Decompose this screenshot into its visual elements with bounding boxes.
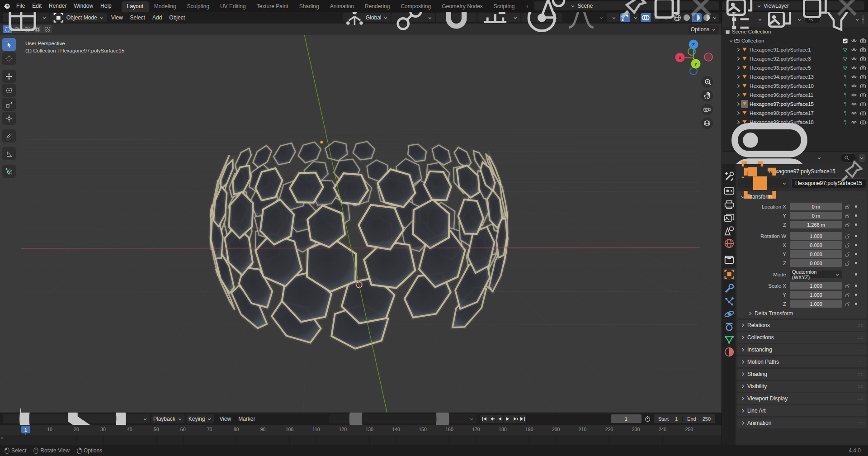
chevron-right-icon[interactable] bbox=[736, 56, 741, 62]
panel-grip[interactable]: :::: bbox=[858, 335, 864, 340]
menu-file[interactable]: File bbox=[13, 2, 28, 10]
panel-header[interactable]: Viewport Display:::: bbox=[737, 393, 867, 404]
properties-tab-object-data[interactable] bbox=[723, 333, 736, 345]
eye-icon[interactable] bbox=[851, 56, 857, 62]
animate-dot[interactable] bbox=[855, 223, 857, 226]
tab-sculpting[interactable]: Sculpting bbox=[182, 1, 215, 12]
properties-tab-scene[interactable] bbox=[723, 225, 736, 237]
scene-name[interactable]: Scene bbox=[577, 3, 615, 9]
properties-tab-object[interactable] bbox=[723, 268, 736, 280]
chevron-right-icon[interactable] bbox=[736, 74, 741, 80]
transform-row-value[interactable]: 0 m bbox=[790, 212, 842, 219]
properties-tab-particles[interactable] bbox=[723, 295, 736, 307]
chevron-right-icon[interactable] bbox=[736, 47, 741, 52]
panel-grip[interactable]: :::: bbox=[858, 195, 864, 199]
object-name[interactable]: Hexagone92:polySurface3 bbox=[750, 56, 811, 62]
tab-geometry-nodes[interactable]: Geometry Nodes bbox=[436, 1, 488, 12]
outliner-row-object[interactable]: Hexagone97:polySurface15 bbox=[722, 100, 868, 109]
play-reverse-button[interactable] bbox=[496, 415, 503, 423]
previous-keyframe-button[interactable] bbox=[488, 415, 495, 423]
properties-tab-material[interactable] bbox=[723, 346, 736, 358]
pin-icon[interactable] bbox=[838, 158, 865, 185]
falloff-dropdown[interactable] bbox=[563, 13, 606, 22]
scene-selector[interactable]: Scene bbox=[534, 1, 720, 10]
outliner-row-object[interactable]: Hexagone91:polySurface1 bbox=[722, 45, 868, 54]
object-name[interactable]: Hexagone91:polySurface1 bbox=[750, 47, 811, 52]
properties-tab-tool[interactable] bbox=[723, 171, 736, 182]
outliner-row-object[interactable]: Hexagone93:polySurface5 bbox=[722, 63, 868, 72]
tab-scripting[interactable]: Scripting bbox=[488, 1, 520, 12]
camera-icon[interactable] bbox=[860, 83, 866, 89]
properties-tab-render[interactable] bbox=[723, 185, 736, 197]
timeline-menu-marker[interactable]: Marker bbox=[235, 415, 259, 423]
add-workspace-button[interactable]: + bbox=[520, 1, 534, 12]
animate-dot[interactable] bbox=[855, 214, 857, 217]
viewport-3d[interactable]: Object Mode ViewSelectAddObject Global bbox=[0, 12, 722, 413]
transform-row-value[interactable]: Quaternion (WXYZ) bbox=[790, 271, 842, 278]
timeline-menu-view[interactable]: View bbox=[216, 415, 235, 423]
unlock-icon[interactable] bbox=[844, 261, 849, 266]
panel-header[interactable]: Motion Paths:::: bbox=[737, 356, 867, 367]
properties-tab-view-layer[interactable] bbox=[723, 212, 736, 224]
timeline-menu-playback[interactable]: Playback bbox=[151, 414, 185, 423]
camera-icon[interactable] bbox=[860, 65, 866, 71]
duplicate-icon[interactable] bbox=[800, 0, 830, 21]
transform-row-value[interactable]: 1.000 bbox=[790, 282, 842, 290]
camera-icon[interactable] bbox=[860, 110, 866, 116]
close-icon[interactable] bbox=[685, 0, 717, 22]
chevron-right-icon[interactable] bbox=[736, 101, 741, 107]
tool-scale-button[interactable] bbox=[2, 98, 16, 111]
unlock-icon[interactable] bbox=[844, 301, 849, 307]
timeline-tracks[interactable]: » bbox=[0, 435, 722, 445]
animate-dot[interactable] bbox=[855, 253, 857, 255]
eye-icon[interactable] bbox=[851, 38, 857, 44]
tool-transform-button[interactable] bbox=[2, 112, 16, 125]
pivot-dropdown[interactable] bbox=[392, 13, 434, 22]
tab-modeling[interactable]: Modeling bbox=[149, 1, 182, 12]
axis-y-neg-handle[interactable] bbox=[688, 48, 695, 55]
next-keyframe-button[interactable] bbox=[511, 415, 519, 423]
panel-grip[interactable]: :::: bbox=[858, 372, 864, 376]
snap-toggle[interactable] bbox=[436, 13, 477, 22]
panel-header[interactable]: Animation:::: bbox=[737, 418, 867, 428]
unlock-icon[interactable] bbox=[844, 242, 849, 248]
animate-dot[interactable] bbox=[855, 262, 857, 264]
navigation-gizmo[interactable]: ZXY bbox=[665, 30, 722, 138]
snap-with-dropdown[interactable] bbox=[477, 13, 520, 22]
unlock-icon[interactable] bbox=[844, 213, 849, 218]
timeline-menu-keying[interactable]: Keying bbox=[186, 414, 215, 423]
unlock-icon[interactable] bbox=[844, 233, 849, 239]
outliner-row-object[interactable]: Hexagone96:polySurface11 bbox=[722, 90, 868, 100]
play-button[interactable] bbox=[504, 415, 511, 423]
panel-header[interactable]: Relations:::: bbox=[737, 320, 867, 331]
tool-annotate-button[interactable] bbox=[2, 129, 16, 142]
menu-edit[interactable]: Edit bbox=[28, 2, 45, 10]
panel-header[interactable]: Instancing:::: bbox=[737, 344, 867, 355]
eye-icon[interactable] bbox=[851, 65, 857, 71]
timeline-expand-chevron[interactable]: » bbox=[1, 436, 4, 441]
timeline-ruler[interactable]: 1020304050607080901001101201301401501601… bbox=[0, 425, 722, 435]
animate-dot[interactable] bbox=[855, 285, 857, 287]
menu-help[interactable]: Help bbox=[97, 2, 115, 10]
tab-animation[interactable]: Animation bbox=[325, 1, 359, 12]
delta-transform-row[interactable]: Delta Transform bbox=[737, 309, 867, 318]
properties-tab-physics[interactable] bbox=[723, 308, 736, 320]
panel-grip[interactable]: :::: bbox=[858, 360, 864, 364]
tool-move-button[interactable] bbox=[2, 70, 16, 83]
jump-to-end-button[interactable] bbox=[519, 415, 526, 423]
chevron-down-icon[interactable] bbox=[757, 17, 763, 22]
eye-icon[interactable] bbox=[851, 119, 857, 125]
object-name[interactable]: Hexagone94:polySurface13 bbox=[750, 74, 814, 80]
object-name[interactable]: Hexagone95:polySurface10 bbox=[750, 83, 814, 89]
tab-uv-editing[interactable]: UV Editing bbox=[215, 1, 251, 12]
eye-icon[interactable] bbox=[851, 92, 857, 98]
camera-icon[interactable] bbox=[860, 119, 866, 125]
animate-dot[interactable] bbox=[855, 244, 857, 246]
panel-grip[interactable]: :::: bbox=[858, 323, 864, 328]
outliner-row-object[interactable]: Hexagone95:polySurface10 bbox=[722, 81, 868, 90]
camera-icon[interactable] bbox=[860, 101, 866, 107]
panel-header[interactable]: Shading:::: bbox=[737, 369, 867, 380]
outliner-row-object[interactable]: Hexagone94:polySurface13 bbox=[722, 72, 868, 81]
start-frame-field[interactable]: Start 1 bbox=[654, 416, 682, 422]
tab-layout[interactable]: Layout bbox=[122, 1, 149, 12]
